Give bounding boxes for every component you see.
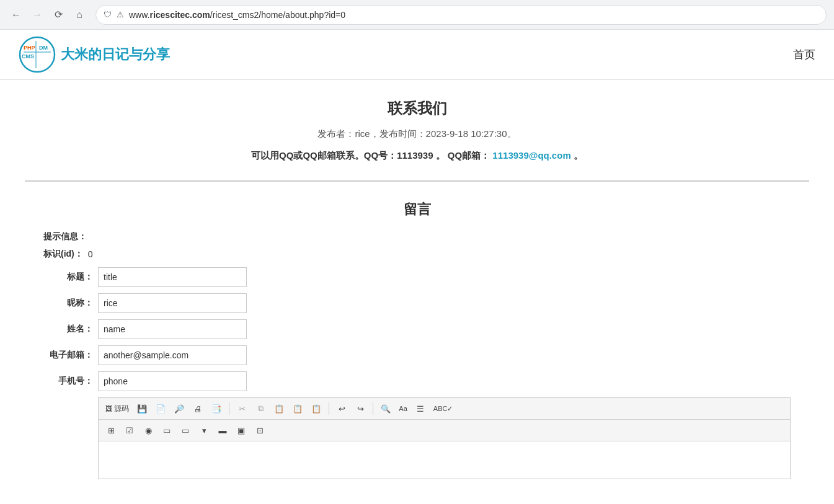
spellcheck-btn[interactable]: ABC✓ <box>430 400 456 417</box>
phone-input[interactable] <box>98 371 247 391</box>
email-label: 电子邮箱： <box>43 350 93 361</box>
find-btn[interactable]: 🔍 <box>377 400 394 417</box>
title-input[interactable] <box>98 267 247 287</box>
site-header: PHP DM CMS 大米的日记与分享 首页 <box>0 30 834 80</box>
forward-button[interactable]: → <box>29 6 46 24</box>
browser-chrome: ← → ⟳ ⌂ 🛡 ⚠ www.ricescitec.com/ricest_cm… <box>0 0 834 30</box>
id-label: 标识(id)： <box>43 249 83 260</box>
home-nav-link[interactable]: 首页 <box>793 47 815 62</box>
paste-word-btn[interactable]: 📋 <box>308 400 325 417</box>
nickname-input[interactable] <box>98 293 247 313</box>
form-row-email: 电子邮箱： <box>43 345 791 365</box>
redo-btn[interactable]: ↪ <box>352 400 369 417</box>
phone-label: 手机号： <box>43 376 93 387</box>
form-area: 提示信息： 标识(id)： 0 标题： 昵称： 姓名： <box>37 231 797 479</box>
sep1 <box>229 402 229 415</box>
select-all-btn[interactable]: ☰ <box>412 400 429 417</box>
article-body: 可以用QQ或QQ邮箱联系。QQ号：1113939 。 QQ邮箱： 1113939… <box>25 150 809 162</box>
comment-title: 留言 <box>37 200 797 219</box>
editor-toolbar-bottom: ⊞ ☑ ◉ ▭ ▭ ▾ ▬ ▣ ⊡ <box>99 420 790 441</box>
info-icon: ⚠ <box>117 10 124 19</box>
back-button[interactable]: ← <box>7 6 25 24</box>
article-section: 联系我们 发布者：rice，发布时间：2023-9-18 10:27:30。 可… <box>25 99 809 182</box>
nickname-label: 昵称： <box>43 298 93 309</box>
preview-btn[interactable]: 🔎 <box>171 400 188 417</box>
insert-radio-btn[interactable]: ◉ <box>140 422 157 438</box>
editor-container: 🖼 源码 💾 📄 🔎 🖨 📑 ✂ ⧉ 📋 📋 📋 <box>98 397 791 479</box>
svg-text:DM: DM <box>39 45 48 51</box>
article-title: 联系我们 <box>25 99 809 118</box>
page-wrapper: PHP DM CMS 大米的日记与分享 首页 联系我们 发布者：rice，发布时… <box>0 30 834 504</box>
email-input[interactable] <box>98 345 247 365</box>
svg-text:PHP: PHP <box>24 45 35 51</box>
address-bar[interactable]: 🛡 ⚠ www.ricescitec.com/ricest_cms2/home/… <box>95 5 827 25</box>
insert-select-btn[interactable]: ▾ <box>195 422 213 438</box>
editor-content[interactable] <box>99 441 790 479</box>
svg-text:CMS: CMS <box>22 53 34 60</box>
id-value: 0 <box>88 249 93 259</box>
copy-btn[interactable]: ⧉ <box>252 400 269 417</box>
form-row-name: 姓名： <box>43 319 791 339</box>
comment-section: 留言 提示信息： 标识(id)： 0 标题： 昵称： <box>25 194 809 485</box>
title-label: 标题： <box>43 272 93 283</box>
insert-flash-btn[interactable]: ⊡ <box>251 422 268 438</box>
insert-button-btn[interactable]: ▬ <box>214 422 231 438</box>
email-link[interactable]: 1113939@qq.com <box>492 150 570 161</box>
form-row-title: 标题： <box>43 267 791 287</box>
logo-area: PHP DM CMS 大米的日记与分享 <box>19 36 170 73</box>
article-meta: 发布者：rice，发布时间：2023-9-18 10:27:30。 <box>25 128 809 140</box>
main-content: 联系我们 发布者：rice，发布时间：2023-9-18 10:27:30。 可… <box>12 86 822 498</box>
insert-checkbox-btn[interactable]: ☑ <box>121 422 138 438</box>
id-row: 标识(id)： 0 <box>43 249 791 260</box>
undo-btn[interactable]: ↩ <box>333 400 350 417</box>
site-title: 大米的日记与分享 <box>61 45 170 64</box>
new-btn[interactable]: 📄 <box>152 400 169 417</box>
print-btn[interactable]: 🖨 <box>189 400 206 417</box>
sep3 <box>373 402 373 415</box>
name-label: 姓名： <box>43 324 93 335</box>
name-input[interactable] <box>98 319 247 339</box>
logo-icon: PHP DM CMS <box>19 36 56 73</box>
nav-buttons: ← → ⟳ ⌂ <box>7 6 88 24</box>
home-button[interactable]: ⌂ <box>71 6 88 24</box>
insert-textfield-btn[interactable]: ▭ <box>158 422 175 438</box>
template-btn[interactable]: 📑 <box>208 400 225 417</box>
sep2 <box>329 402 329 415</box>
cut-btn[interactable]: ✂ <box>233 400 251 417</box>
domain: ricescitec.com <box>149 10 210 20</box>
save-btn[interactable]: 💾 <box>133 400 151 417</box>
paste-btn[interactable]: 📋 <box>270 400 288 417</box>
article-body-prefix: 可以用QQ或QQ邮箱联系。QQ号：1113939 。 QQ邮箱： <box>251 150 490 161</box>
editor-toolbar-top: 🖼 源码 💾 📄 🔎 🖨 📑 ✂ ⧉ 📋 📋 📋 <box>99 398 790 420</box>
hint-row: 提示信息： <box>43 231 791 242</box>
article-body-suffix: 。 <box>574 150 583 161</box>
form-row-nickname: 昵称： <box>43 293 791 313</box>
insert-table-btn[interactable]: ⊞ <box>102 422 120 438</box>
address-text: www.ricescitec.com/ricest_cms2/home/abou… <box>129 10 818 20</box>
security-icon: 🛡 <box>104 10 112 19</box>
form-row-phone: 手机号： <box>43 371 791 391</box>
reload-button[interactable]: ⟳ <box>50 6 67 24</box>
insert-image-btn[interactable]: ▣ <box>233 422 250 438</box>
replace-btn[interactable]: Aa <box>396 400 410 417</box>
insert-textarea-btn[interactable]: ▭ <box>177 422 194 438</box>
source-btn[interactable]: 🖼 源码 <box>102 400 132 417</box>
paste-text-btn[interactable]: 📋 <box>289 400 306 417</box>
